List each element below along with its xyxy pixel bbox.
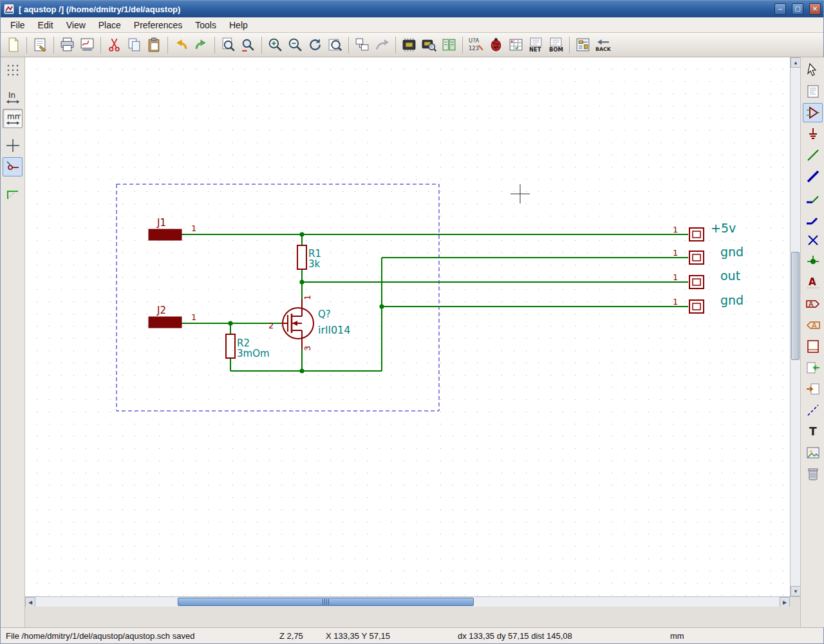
hv-orientation-button[interactable] xyxy=(3,184,23,204)
canvas-column: J1 1 J2 1 R1 3k xyxy=(25,57,800,627)
wire-to-bus-entry-button[interactable] xyxy=(803,188,823,207)
plot-button[interactable] xyxy=(77,35,97,55)
schematic-canvas[interactable]: J1 1 J2 1 R1 3k xyxy=(25,57,790,596)
menu-edit[interactable]: Edit xyxy=(32,19,59,32)
annotate-button[interactable]: U?A123 xyxy=(466,35,486,55)
menu-preferences[interactable]: Preferences xyxy=(128,19,188,32)
leave-sheet-button[interactable] xyxy=(372,35,392,55)
library-editor-button[interactable] xyxy=(399,35,419,55)
horizontal-scroll-track[interactable] xyxy=(35,597,780,607)
close-button[interactable]: ✕ xyxy=(809,3,821,15)
zoom-out-button[interactable] xyxy=(285,35,305,55)
component-r2[interactable]: R2 3mOm xyxy=(226,334,270,359)
vertical-scroll-track[interactable] xyxy=(791,68,800,586)
net-label-5v[interactable]: 1 +5v xyxy=(673,221,736,241)
component-r1[interactable]: R1 3k xyxy=(297,245,321,270)
right-tools-toolbar: A A A T xyxy=(800,57,824,627)
annotate-text-1: U?A xyxy=(469,37,480,44)
find-button[interactable] xyxy=(218,35,238,55)
minimize-button[interactable]: – xyxy=(774,3,786,15)
toolbar-separator xyxy=(100,37,101,53)
dashed-line-icon xyxy=(805,402,821,418)
find-replace-button[interactable] xyxy=(238,35,258,55)
run-cvpcb-button[interactable] xyxy=(439,35,459,55)
import-sheet-pin-button[interactable] xyxy=(803,358,823,377)
annotate-text-2: 123 xyxy=(469,45,479,52)
net-label-out[interactable]: 1 out xyxy=(673,269,740,289)
undo-button[interactable] xyxy=(171,35,191,55)
units-mm-button[interactable]: mm xyxy=(3,109,23,128)
place-hierarchical-label-button[interactable]: A xyxy=(803,316,823,335)
zoom-in-button[interactable] xyxy=(265,35,285,55)
copy-button[interactable] xyxy=(124,35,144,55)
toolbar-separator xyxy=(261,37,262,53)
menu-view[interactable]: View xyxy=(61,19,91,32)
menu-help[interactable]: Help xyxy=(223,19,254,32)
edit-fields-button[interactable] xyxy=(506,35,526,55)
vertical-scroll-thumb[interactable] xyxy=(791,252,800,360)
zoom-in-icon xyxy=(267,37,283,53)
erc-button[interactable] xyxy=(486,35,506,55)
bus-to-bus-entry-button[interactable] xyxy=(803,209,823,229)
selection-tool-button[interactable] xyxy=(803,61,823,80)
place-image-button[interactable] xyxy=(803,443,823,462)
place-bus-button[interactable] xyxy=(803,167,823,186)
place-net-label-button[interactable]: A xyxy=(803,273,823,292)
delete-item-button[interactable] xyxy=(803,464,823,484)
text-tool-icon: T xyxy=(805,424,821,439)
r2-value: 3mOm xyxy=(237,348,270,359)
crosshair-icon xyxy=(5,138,21,153)
menu-tools[interactable]: Tools xyxy=(189,19,222,32)
show-hidden-pins-button[interactable] xyxy=(3,157,23,176)
menu-file[interactable]: File xyxy=(5,19,31,32)
hierarchy-navigator-button[interactable] xyxy=(352,35,372,55)
paste-button[interactable] xyxy=(144,35,164,55)
new-schematic-button[interactable] xyxy=(3,35,23,55)
grid-toggle-button[interactable] xyxy=(3,61,23,80)
j1-pin-number: 1 xyxy=(191,223,196,233)
toolbar-separator xyxy=(214,37,215,53)
page-settings-button[interactable] xyxy=(30,35,50,55)
scroll-up-arrow[interactable]: ▲ xyxy=(791,57,801,68)
place-graphic-line-button[interactable] xyxy=(803,401,823,420)
scroll-left-arrow[interactable]: ◀ xyxy=(25,597,35,607)
units-inch-button[interactable]: In xyxy=(3,88,23,107)
component-j2[interactable]: J2 1 xyxy=(149,305,196,328)
run-pcbnew-button[interactable] xyxy=(573,35,593,55)
place-no-connect-button[interactable] xyxy=(803,231,823,250)
hier-label-letter: A xyxy=(812,321,817,330)
bom-button[interactable]: BOM xyxy=(546,35,566,55)
component-j1[interactable]: J1 1 xyxy=(149,217,196,240)
horizontal-scroll-thumb[interactable] xyxy=(178,598,474,606)
net-label-gnd-2[interactable]: 1 gnd xyxy=(673,293,744,313)
left-options-toolbar: In mm xyxy=(1,57,25,627)
place-power-port-button[interactable] xyxy=(803,124,823,144)
horizontal-scrollbar[interactable]: ◀ ▶ xyxy=(25,596,800,607)
menu-place[interactable]: Place xyxy=(93,19,127,32)
scroll-down-arrow[interactable]: ▼ xyxy=(791,586,801,596)
zoom-fit-button[interactable] xyxy=(325,35,345,55)
redo-button[interactable] xyxy=(191,35,211,55)
place-wire-button[interactable] xyxy=(803,146,823,165)
place-global-label-button[interactable]: A xyxy=(803,294,823,314)
place-component-button[interactable] xyxy=(803,103,823,122)
cut-button[interactable] xyxy=(104,35,124,55)
maximize-button[interactable]: ▢ xyxy=(792,3,803,15)
place-junction-button[interactable] xyxy=(803,252,823,271)
hierarchy-navigator-tool-button[interactable] xyxy=(803,82,823,101)
back-annotate-button[interactable]: BACK xyxy=(593,35,613,55)
chip-search-icon xyxy=(421,37,437,53)
net-label-gnd-1[interactable]: 1 gnd xyxy=(673,245,744,264)
app-icon xyxy=(3,3,15,15)
vertical-scrollbar[interactable]: ▲ ▼ xyxy=(790,57,800,596)
cursor-shape-button[interactable] xyxy=(3,136,23,155)
library-browser-button[interactable] xyxy=(419,35,439,55)
print-button[interactable] xyxy=(57,35,77,55)
place-hierarchical-sheet-button[interactable] xyxy=(803,337,823,356)
zoom-redraw-button[interactable] xyxy=(305,35,325,55)
bottom-gap xyxy=(25,607,800,629)
place-sheet-pin-button[interactable] xyxy=(803,379,823,399)
place-text-button[interactable]: T xyxy=(803,422,823,441)
scroll-right-arrow[interactable]: ▶ xyxy=(780,597,790,607)
netlist-button[interactable]: NET xyxy=(526,35,546,55)
